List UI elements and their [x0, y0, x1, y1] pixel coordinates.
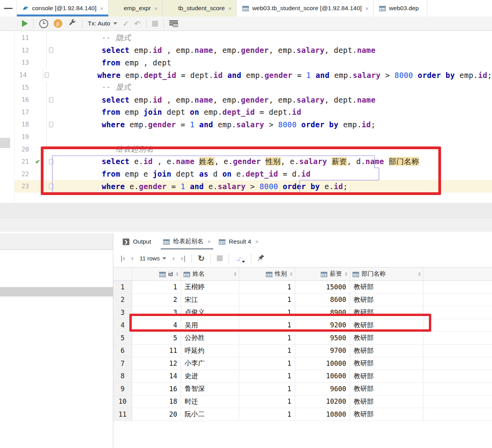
code-line[interactable]: 23 where e.gender = 1 and e.salary > 800… [0, 180, 492, 193]
fold-marker-icon[interactable] [46, 155, 55, 168]
table-cell[interactable]: 18 [132, 396, 181, 408]
table-cell[interactable]: 1 [239, 306, 295, 319]
table-cell[interactable]: 20 [132, 408, 181, 421]
table-cell[interactable]: 宋江 [181, 294, 239, 306]
table-cell[interactable]: 9 [113, 383, 132, 395]
tx-mode-dropdown[interactable]: Tx: Auto [88, 20, 117, 27]
table-cell[interactable]: 呼延灼 [181, 345, 239, 357]
tab-close-icon[interactable]: × [254, 238, 259, 245]
table-cell[interactable]: 2 [132, 294, 181, 306]
tab-close-icon[interactable]: × [99, 5, 103, 12]
stop-icon[interactable] [217, 255, 223, 261]
editor-tab[interactable]: ↑↑ ❯ tb_student_score × [163, 0, 237, 16]
fold-marker-icon[interactable] [46, 168, 55, 181]
table-cell[interactable]: 1 [239, 319, 295, 332]
commit-icon[interactable]: ✓ [123, 20, 129, 27]
table-cell[interactable]: 教研部 [350, 408, 423, 421]
tab-close-icon[interactable]: × [365, 5, 369, 12]
fold-marker-icon[interactable] [46, 44, 55, 57]
table-cell[interactable]: 9200 [295, 319, 350, 332]
sort-icon[interactable] [345, 271, 347, 277]
history-clock-icon[interactable] [39, 19, 48, 28]
sort-icon[interactable] [418, 271, 421, 277]
table-cell[interactable]: 卢俊义 [181, 306, 239, 319]
sort-icon[interactable] [234, 271, 236, 277]
tab-close-icon[interactable]: × [227, 5, 232, 12]
fold-marker-icon[interactable] [43, 69, 51, 81]
table-cell[interactable]: 1 [239, 357, 295, 370]
table-cell[interactable]: 11 [113, 408, 132, 421]
table-cell[interactable]: 教研部 [350, 306, 423, 319]
result-tab[interactable]: ❯ Result 4 × [215, 233, 263, 249]
table-cell[interactable]: 鲁智深 [181, 383, 239, 395]
table-cell[interactable]: 4 [132, 319, 181, 332]
table-cell[interactable]: 9600 [295, 383, 350, 395]
sort-icon[interactable] [176, 271, 178, 277]
table-cell[interactable]: 3 [113, 306, 132, 319]
table-cell[interactable]: 7 [113, 357, 132, 370]
table-cell[interactable]: 教研部 [350, 383, 423, 395]
table-cell[interactable]: 1 [239, 408, 295, 421]
table-cell[interactable]: 时迁 [181, 396, 239, 408]
table-cell[interactable]: 教研部 [350, 396, 423, 408]
editor-tab[interactable]: ↑↑ ❯ web03.dep [374, 0, 427, 16]
table-cell[interactable]: 9700 [295, 345, 350, 357]
table-cell[interactable]: 教研部 [350, 345, 423, 357]
column-header[interactable]: 性别 [239, 267, 295, 280]
table-cell[interactable]: 8600 [295, 294, 350, 306]
pin-icon[interactable] [257, 254, 265, 263]
editor-tab[interactable]: ↑↑ ❯ web03.tb_student_score [@1.92.84.14… [237, 0, 374, 16]
fold-marker-icon[interactable] [46, 131, 55, 143]
table-cell[interactable]: 6 [113, 345, 132, 357]
tab-close-icon[interactable]: × [154, 5, 158, 12]
first-page-icon[interactable]: |‹ [120, 255, 125, 262]
fold-marker-icon[interactable] [46, 94, 55, 106]
table-cell[interactable]: 阮小二 [181, 408, 239, 421]
table-cell[interactable]: 1 [239, 332, 295, 344]
table-cell[interactable]: 史进 [181, 370, 239, 383]
table-cell[interactable]: 教研部 [350, 332, 423, 344]
table-cell[interactable]: 8 [113, 370, 132, 383]
table-cell[interactable]: 10200 [295, 396, 350, 408]
column-header[interactable]: 姓名 [181, 267, 239, 280]
table-cell[interactable]: 10600 [295, 370, 350, 383]
fold-marker-icon[interactable] [46, 32, 55, 44]
table-cell[interactable]: 3 [132, 306, 181, 319]
table-cell[interactable]: 教研部 [350, 370, 423, 383]
column-header[interactable]: 薪资 [295, 267, 350, 280]
editor-tab[interactable]: ↑↑ ❯ console [@1.92.84.140] × [17, 0, 109, 16]
fold-marker-icon[interactable] [46, 180, 55, 193]
refresh-icon[interactable]: ↻ [198, 254, 205, 262]
table-cell[interactable]: 1 [239, 396, 295, 408]
table-cell[interactable]: 12 [132, 357, 181, 370]
table-cell[interactable]: 1 [239, 294, 295, 306]
table-cell[interactable]: 1 [113, 281, 132, 293]
data-transfer-icon[interactable]: →← [235, 254, 245, 263]
fold-marker-icon[interactable] [46, 118, 55, 131]
editor-tab[interactable]: ↑↑ ❯ emp_expr × [109, 0, 163, 16]
column-header[interactable]: 部门名称 [350, 267, 423, 280]
page-size-dropdown[interactable]: 11 rows [140, 255, 166, 262]
rollback-icon[interactable]: ↶ [134, 20, 141, 27]
editor-scroll-band[interactable] [0, 203, 492, 218]
table-cell[interactable]: 5 [132, 332, 181, 344]
table-cell[interactable]: 教研部 [350, 281, 423, 293]
table-cell[interactable]: 16 [132, 383, 181, 395]
table-cell[interactable]: 11 [132, 345, 181, 357]
table-cell[interactable]: 吴用 [181, 319, 239, 332]
table-cell[interactable]: 15000 [295, 281, 350, 293]
panel-splitter[interactable] [0, 218, 492, 232]
next-page-icon[interactable]: › [172, 255, 175, 262]
wrench-icon[interactable] [68, 19, 76, 28]
fold-marker-icon[interactable] [46, 81, 55, 94]
table-cell[interactable]: 教研部 [350, 357, 423, 370]
tab-close-icon[interactable]: × [207, 238, 211, 245]
table-cell[interactable]: 1 [239, 383, 295, 395]
table-cell[interactable]: 10800 [295, 408, 350, 421]
table-cell[interactable]: 14 [132, 370, 181, 383]
table-cell[interactable]: 1 [239, 370, 295, 383]
table-cell[interactable]: 公孙胜 [181, 332, 239, 344]
table-cell[interactable]: 8900 [295, 306, 350, 319]
stop-icon[interactable] [152, 21, 158, 27]
fold-marker-icon[interactable] [46, 143, 55, 155]
